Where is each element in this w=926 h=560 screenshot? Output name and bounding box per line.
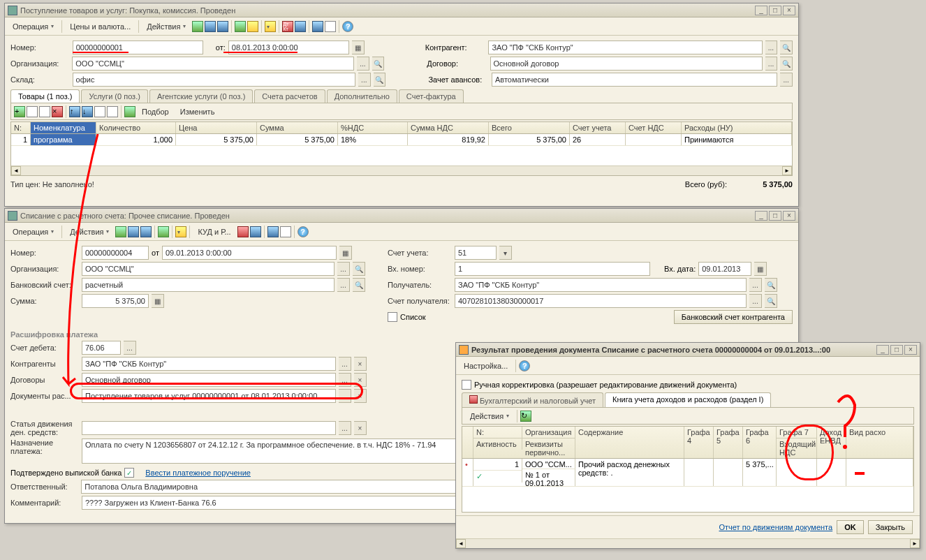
col-total[interactable]: Всего [489, 122, 570, 133]
payee-search-icon[interactable]: 🔍 [765, 278, 777, 292]
actions-menu[interactable]: Действия [465, 410, 514, 422]
ok-button[interactable]: OK [837, 520, 864, 534]
calendar-icon[interactable]: ▦ [352, 40, 365, 54]
payment-order-link[interactable]: Ввести платежное поручение [145, 469, 251, 477]
org-search-icon[interactable]: 🔍 [372, 57, 385, 71]
save-icon[interactable] [205, 21, 216, 32]
settings-button[interactable]: Настройка... [459, 360, 513, 372]
org-dots[interactable]: ... [357, 57, 369, 71]
vd-input[interactable]: 09.01.2013 [698, 262, 751, 276]
dtkt-icon[interactable] [237, 226, 249, 237]
minimize-button[interactable]: _ [755, 6, 767, 15]
help-icon[interactable]: ? [297, 226, 309, 237]
close-button[interactable]: × [783, 6, 795, 15]
cashflow-clear-icon[interactable]: × [354, 421, 367, 435]
org-input[interactable]: ООО "ССМЦ" [82, 262, 335, 276]
operation-menu[interactable]: Операция [8, 226, 59, 238]
col-envd[interactable]: Доход ЕНВД [817, 427, 846, 458]
hscroll[interactable]: ◄► [11, 165, 792, 175]
col-org[interactable]: Организация [522, 427, 575, 439]
create-icon[interactable] [175, 226, 186, 237]
agent-search-icon[interactable]: 🔍 [780, 40, 793, 54]
contracts-dots[interactable]: ... [339, 373, 351, 387]
post-icon[interactable] [192, 21, 203, 32]
save-icon[interactable] [128, 226, 139, 237]
structure-icon[interactable] [235, 21, 246, 32]
calendar-icon[interactable]: ▦ [339, 246, 352, 260]
payee-acct-input[interactable]: 40702810138030000017 [455, 294, 747, 308]
tree-icon[interactable] [312, 21, 323, 32]
sort-desc-icon[interactable] [107, 106, 118, 117]
tree-icon[interactable] [267, 226, 279, 237]
refresh-icon[interactable] [217, 21, 228, 32]
docs-dots[interactable]: ... [339, 389, 351, 403]
tab-acct[interactable]: Бухгалтерский и налоговый учет [462, 392, 603, 407]
basis-icon[interactable] [247, 21, 258, 32]
tab-book[interactable]: Книга учета доходов и расходов (раздел I… [605, 392, 771, 407]
close-button[interactable]: × [904, 345, 917, 355]
hscroll[interactable]: ◄► [456, 538, 920, 548]
docs-input[interactable]: Поступление товаров и услуг 00000000001 … [82, 389, 336, 403]
num-input[interactable]: 00000000004 [82, 246, 149, 260]
kud-button[interactable]: КУД и Р... [193, 226, 235, 238]
bank-acct-button[interactable]: Банковский счет контрагента [674, 310, 793, 324]
tab-accounts[interactable]: Счета расчетов [254, 89, 325, 103]
contracts-clear-icon[interactable]: × [354, 373, 367, 387]
agent-input[interactable]: ЗАО "ПФ "СКБ Контур" [488, 40, 762, 54]
titlebar[interactable]: Результат проведения документа Списание … [456, 343, 920, 357]
edit-row-icon[interactable] [39, 106, 50, 117]
prices-button[interactable]: Цены и валюта... [65, 20, 135, 33]
payee-acct-search-icon[interactable]: 🔍 [765, 294, 777, 308]
col-price[interactable]: Цена [176, 122, 257, 133]
delete-row-icon[interactable]: × [52, 106, 63, 117]
payee-input[interactable]: ЗАО "ПФ "СКБ Контур" [455, 278, 747, 292]
col-vr[interactable]: Вид расхо [846, 427, 913, 458]
bank-dots[interactable]: ... [337, 278, 350, 292]
col-vnds[interactable]: Входящий НДС [777, 439, 817, 458]
podbor-button[interactable]: Подбор [137, 105, 174, 118]
structure-icon[interactable] [158, 226, 169, 237]
col-acctnds[interactable]: Счет НДС [626, 122, 682, 133]
contract-dots[interactable]: ... [765, 57, 778, 71]
grid-row[interactable]: 1 программа 1,000 5 375,00 5 375,00 18% … [11, 134, 792, 146]
col-g6[interactable]: Графа 6 [743, 427, 777, 458]
goods-grid[interactable]: N: Номенклатура Количество Цена Сумма %Н… [10, 121, 793, 176]
debit-dots[interactable]: ... [124, 341, 136, 355]
grid-row[interactable]: • 1 ✓ ООО "ССМ... № 1 от 09.01.2013 Проч… [462, 459, 913, 487]
bank-input[interactable]: расчетный [82, 278, 335, 292]
col-n[interactable]: N: [11, 122, 31, 133]
help-icon[interactable]: ? [342, 21, 353, 32]
maximize-button[interactable]: □ [769, 6, 781, 15]
titlebar[interactable]: Списание с расчетного счета: Прочее спис… [5, 209, 798, 223]
payee-acct-dots[interactable]: ... [749, 294, 762, 308]
date-input[interactable]: 09.01.2013 0:00:00 [162, 246, 337, 260]
tab-goods[interactable]: Товары (1 поз.) [10, 89, 80, 103]
org-input[interactable]: ООО "ССМЦ" [72, 57, 354, 71]
org-dots[interactable]: ... [337, 262, 350, 276]
tab-invoice[interactable]: Счет-фактура [399, 89, 464, 103]
col-nds[interactable]: %НДС [338, 122, 408, 133]
titlebar[interactable]: Поступление товаров и услуг: Покупка, ко… [5, 3, 798, 17]
warehouse-search-icon[interactable]: 🔍 [374, 73, 386, 87]
maximize-button[interactable]: □ [769, 211, 781, 221]
copy-row-icon[interactable] [27, 106, 38, 117]
confirmed-checkbox[interactable]: ✓ [124, 468, 134, 478]
col-content[interactable]: Содержание [575, 427, 684, 458]
create-icon[interactable] [265, 21, 276, 32]
actions-menu[interactable]: Действия [142, 20, 191, 33]
col-rash[interactable]: Расходы (НУ) [682, 122, 792, 133]
cashflow-dots[interactable]: ... [339, 421, 351, 435]
col-sum[interactable]: Сумма [257, 122, 338, 133]
calc-icon[interactable]: ▦ [152, 294, 164, 308]
acct-input[interactable]: 51 [455, 246, 497, 260]
warehouse-dots[interactable]: ... [358, 73, 371, 87]
acct-dd-icon[interactable]: ▾ [499, 246, 512, 260]
col-qty[interactable]: Количество [96, 122, 176, 133]
col-rek[interactable]: Реквизиты первично... [522, 439, 575, 458]
agent-dots[interactable]: ... [765, 40, 778, 54]
result-grid[interactable]: N: Активность Организация Реквизиты перв… [462, 426, 914, 513]
report-icon[interactable] [295, 21, 306, 32]
agents-input[interactable]: ЗАО "ПФ "СКБ Контур" [82, 357, 336, 371]
add-row-icon[interactable]: + [14, 106, 25, 117]
vd-cal-icon[interactable]: ▦ [754, 262, 767, 276]
